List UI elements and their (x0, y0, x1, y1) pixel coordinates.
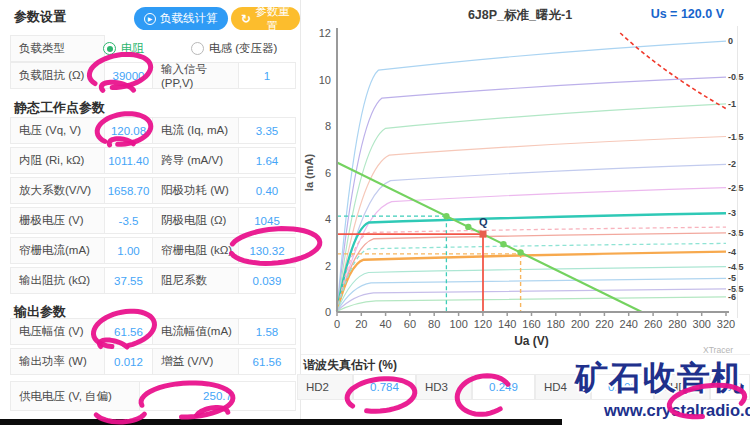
x-tick-label: 120 (474, 318, 492, 330)
param-label: 内阻 (Ri, kΩ) (10, 147, 105, 174)
param-label: 帘栅电流(mA) (10, 237, 105, 264)
param-label: 跨导 (mA/V) (152, 147, 239, 174)
x-tick-label: 200 (571, 318, 589, 330)
y-tick-label: 6 (325, 167, 331, 179)
param-value: 0.40 (238, 177, 296, 204)
input-signal-field[interactable]: 1 (238, 62, 296, 89)
param-value: -3.5 (104, 207, 153, 234)
param-label: 阳极功耗 (W) (152, 177, 239, 204)
parameter-panel: 参数设置 ▶ 负载线计算 ↻ 参数重置 负载类型 电阻 电感 (变压器) 负载阻… (0, 0, 301, 425)
curve-grid-voltage-label: -1.5 (728, 132, 744, 142)
param-row: 输出功率 (W) 0.012 增益 (V/V) 61.56 (0, 348, 301, 375)
x-tick-label: 80 (428, 318, 440, 330)
y-tick-label: 12 (319, 27, 331, 39)
param-value: 61.56 (238, 348, 296, 375)
curve-grid-voltage-label: -4.5 (728, 262, 744, 272)
param-row: 帘栅电流(mA) 1.00 帘栅电阻 (kΩ) 130.32 (0, 237, 301, 264)
param-value: 1.58 (238, 318, 296, 345)
load-line (337, 163, 642, 313)
curve-grid-voltage-label: -3 (728, 208, 736, 218)
y-tick-label: 8 (325, 120, 331, 132)
radio-inductor-label: 电感 (变压器) (209, 41, 277, 56)
param-label: 放大系数(V/V) (10, 177, 105, 204)
curve-grid-voltage-label: -3.5 (728, 228, 744, 238)
x-tick-label: 160 (522, 318, 540, 330)
tube-curve (337, 278, 726, 311)
param-label: 增益 (V/V) (152, 348, 239, 375)
tube-curves-chart: 0-0.5-1-1.5-2-2.5-3-3.5-4-4.5-5-5.5-6Q02… (300, 0, 750, 356)
watermark-url: www.crystalradio.cn (604, 401, 750, 420)
x-tick-label: 140 (498, 318, 516, 330)
param-value: 1.00 (104, 237, 153, 264)
tube-curve (337, 297, 726, 311)
param-reset-label: 参数重置 (255, 4, 290, 34)
param-row: 内阻 (Ri, kΩ) 1011.40 跨导 (mA/V) 1.64 (0, 147, 301, 174)
x-tick-label: 320 (717, 318, 735, 330)
tube-curve (337, 104, 726, 311)
x-tick-label: 220 (595, 318, 613, 330)
load-impedance-field[interactable]: 39000 (104, 62, 153, 89)
param-row: 电压幅值 (V) 61.56 电流幅值(mA) 1.58 (0, 318, 301, 345)
param-value: 1658.70 (104, 177, 153, 204)
x-tick-label: 300 (693, 318, 711, 330)
play-icon: ▶ (144, 13, 156, 25)
curve-grid-voltage-label: 0 (728, 36, 733, 46)
x-axis-label: Ua (V) (514, 334, 549, 348)
param-label: 电流幅值(mA) (152, 318, 239, 345)
loadline-dot (465, 224, 471, 230)
x-tick-label: 20 (355, 318, 367, 330)
x-tick-label: 60 (404, 318, 416, 330)
x-tick-label: 260 (644, 318, 662, 330)
curve-grid-voltage-label: -0.5 (728, 72, 744, 82)
loadline-dot (443, 213, 449, 219)
param-value: 120.08 (104, 117, 153, 144)
x-tick-label: 0 (334, 318, 340, 330)
x-tick-label: 280 (668, 318, 686, 330)
curve-grid-voltage-label: -6 (728, 292, 736, 302)
hd-label: HD2 (297, 374, 353, 400)
loadline-dot (500, 241, 506, 247)
param-value: 1011.40 (104, 147, 153, 174)
loadline-dot (517, 249, 523, 255)
tube-curve (337, 41, 726, 311)
y-tick-label: 0 (325, 306, 331, 318)
load-impedance-label: 负载阻抗 (Ω) (10, 62, 105, 89)
param-value: 3.35 (238, 117, 296, 144)
param-row: 栅极电压 (V) -3.5 阴极电阻 (Ω) 1045 (0, 207, 301, 234)
input-signal-label: 输入信号(PP,V) (152, 62, 239, 89)
param-row: 输出阻抗 (kΩ) 37.55 阻尼系数 0.039 (0, 267, 301, 294)
param-value: 0.039 (238, 267, 296, 294)
app-window: 参数设置 ▶ 负载线计算 ↻ 参数重置 负载类型 电阻 电感 (变压器) 负载阻… (0, 0, 750, 425)
y-axis-label: Ia (mA) (303, 154, 315, 192)
load-type-label: 负载类型 (10, 35, 105, 62)
param-value: 1045 (238, 207, 296, 234)
param-value: 1.64 (238, 147, 296, 174)
hd-label: HD3 (416, 374, 472, 400)
y-tick-label: 4 (325, 213, 331, 225)
radio-selected-icon (103, 42, 116, 55)
param-label: 输出功率 (W) (10, 348, 105, 375)
radio-unselected-icon (191, 42, 204, 55)
param-label: 输出阻抗 (kΩ) (10, 267, 105, 294)
q-point-label: Q (479, 216, 488, 228)
refresh-icon: ↻ (241, 13, 251, 25)
q-point-marker (480, 231, 487, 238)
param-label: 电压幅值 (V) (10, 318, 105, 345)
loadline-calc-label: 负载线计算 (160, 11, 218, 26)
param-value: 0.012 (104, 348, 153, 375)
param-label: 帘栅电阻 (kΩ) (152, 237, 239, 264)
x-tick-label: 240 (620, 318, 638, 330)
param-row: 放大系数(V/V) 1658.70 阳极功耗 (W) 0.40 (0, 177, 301, 204)
curve-grid-voltage-label: -2 (728, 159, 736, 169)
param-label: 阴极电阻 (Ω) (152, 207, 239, 234)
param-reset-button[interactable]: ↻ 参数重置 (231, 7, 300, 30)
radio-inductor[interactable]: 电感 (变压器) (191, 41, 277, 56)
curve-grid-voltage-label: -4 (728, 247, 736, 257)
loadline-calc-button[interactable]: ▶ 负载线计算 (134, 7, 228, 30)
chart-right-border (737, 26, 738, 318)
radio-resistor[interactable]: 电阻 (103, 41, 144, 56)
curve-grid-voltage-label: -1 (728, 99, 736, 109)
x-tick-label: 100 (449, 318, 467, 330)
curve-grid-voltage-label: -5 (728, 273, 736, 283)
param-value: 61.56 (104, 318, 153, 345)
